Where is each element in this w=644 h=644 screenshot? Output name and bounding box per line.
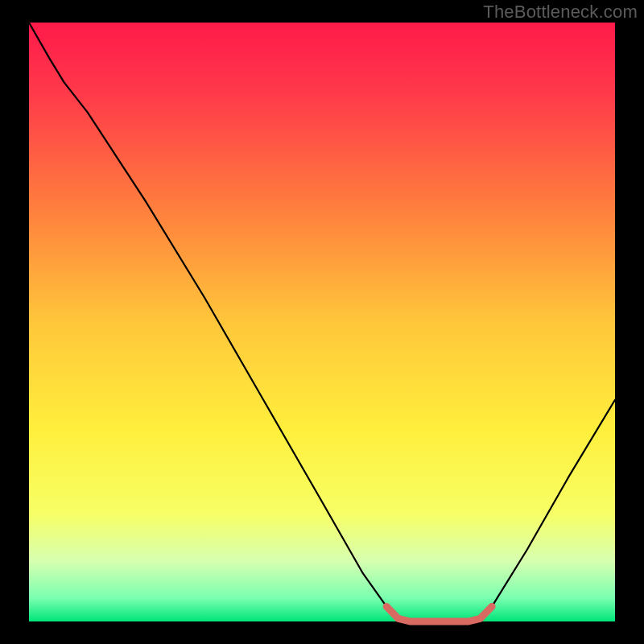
bottleneck-chart [0, 0, 644, 644]
chart-container: TheBottleneck.com [0, 0, 644, 644]
plot-background [29, 23, 615, 621]
watermark-label: TheBottleneck.com [483, 2, 638, 23]
